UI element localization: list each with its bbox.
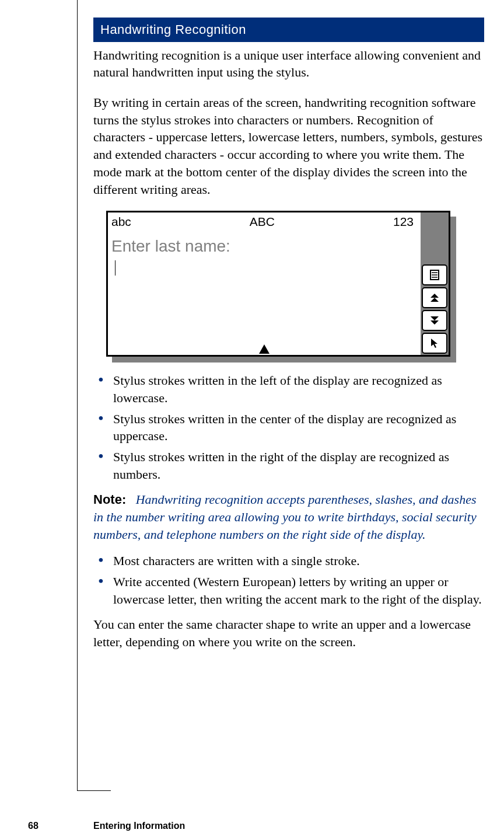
intro-paragraph-2: By writing in certain areas of the scree… [93, 94, 484, 198]
list-item: Most characters are written with a singl… [93, 552, 484, 570]
list-item: Write accented (Western European) letter… [93, 573, 484, 608]
scroll-up-button[interactable] [422, 287, 447, 308]
note-block: Note: Handwriting recognition accepts pa… [93, 491, 484, 543]
handwriting-figure: abc ABC 123 Enter last name: [106, 211, 484, 357]
mode-label-uppercase: ABC [250, 214, 275, 230]
scroll-up-icon [429, 292, 440, 304]
text-cursor [115, 260, 116, 276]
scroll-down-button[interactable] [422, 310, 447, 331]
chapter-title: Entering Information [93, 820, 185, 832]
svg-marker-4 [430, 294, 439, 298]
page-left-rule [77, 0, 78, 791]
menu-button[interactable] [422, 264, 447, 285]
mode-label-lowercase: abc [111, 214, 131, 230]
closing-paragraph: You can enter the same character shape t… [93, 616, 484, 650]
input-prompt: Enter last name: [111, 237, 230, 255]
intro-paragraph-1: Handwriting recognition is a unique user… [93, 47, 484, 81]
svg-marker-5 [430, 298, 439, 302]
pointer-icon [429, 337, 440, 349]
writing-area: abc ABC 123 Enter last name: [108, 212, 421, 355]
pointer-button[interactable] [422, 333, 447, 354]
mode-label-numbers: 123 [393, 214, 414, 230]
svg-marker-8 [431, 339, 438, 348]
main-content: Handwriting Recognition Handwriting reco… [93, 18, 484, 657]
mode-mark-icon [259, 344, 270, 354]
menu-icon [429, 269, 440, 281]
list-item: Stylus strokes written in the center of … [93, 410, 484, 445]
side-toolbar [421, 212, 449, 355]
page-bottom-rule [77, 790, 111, 791]
list-item: Stylus strokes written in the right of t… [93, 448, 484, 483]
bullet-list-1: Stylus strokes written in the left of th… [93, 372, 484, 483]
scroll-down-icon [429, 315, 440, 326]
svg-marker-7 [430, 320, 439, 325]
note-body: Handwriting recognition accepts parenthe… [93, 492, 477, 541]
section-heading: Handwriting Recognition [93, 18, 484, 42]
note-label: Note: [93, 492, 126, 507]
list-item: Stylus strokes written in the left of th… [93, 372, 484, 406]
bullet-list-2: Most characters are written with a singl… [93, 552, 484, 608]
page-number: 68 [28, 820, 38, 832]
svg-marker-6 [430, 316, 439, 320]
